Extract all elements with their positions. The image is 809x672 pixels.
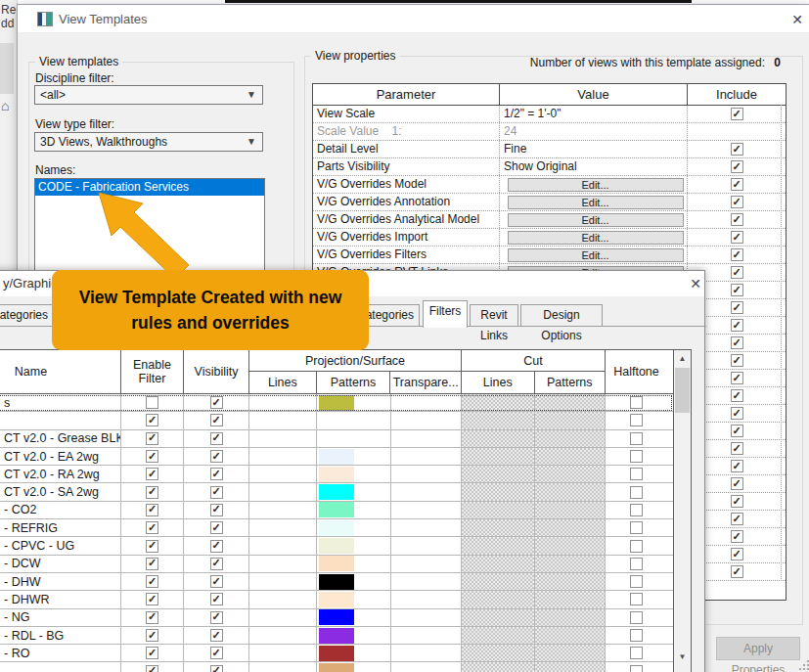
filter-row[interactable] — [0, 412, 673, 429]
projection-patterns-cell[interactable] — [317, 519, 391, 536]
halftone-checkbox[interactable] — [630, 504, 643, 516]
filter-row[interactable]: CT v2.0 - Grease BLK — [0, 430, 673, 448]
pattern-swatch[interactable] — [319, 520, 354, 536]
edit-button[interactable]: Edit... — [508, 196, 684, 209]
halftone-checkbox[interactable] — [630, 611, 643, 624]
pattern-swatch[interactable] — [319, 574, 354, 590]
projection-patterns-cell[interactable] — [317, 609, 391, 626]
visibility-checkbox[interactable] — [210, 521, 223, 534]
visibility-checkbox[interactable] — [210, 432, 223, 445]
include-checkbox[interactable] — [731, 160, 743, 173]
transparency-cell[interactable] — [391, 573, 462, 590]
enable-filter-checkbox[interactable] — [146, 575, 158, 588]
transparency-cell[interactable] — [391, 430, 462, 447]
include-checkbox[interactable] — [731, 231, 743, 244]
include-checkbox[interactable] — [731, 477, 743, 490]
pattern-swatch[interactable] — [319, 628, 354, 644]
enable-filter-checkbox[interactable] — [146, 540, 158, 553]
filter-row[interactable] — [0, 662, 673, 672]
pattern-swatch[interactable] — [319, 663, 354, 672]
include-checkbox[interactable] — [731, 213, 743, 226]
pattern-swatch[interactable] — [319, 646, 354, 661]
filter-row[interactable]: - RDL - BG — [0, 627, 673, 645]
transparency-cell[interactable] — [391, 609, 462, 626]
projection-lines-cell[interactable] — [249, 502, 317, 518]
include-checkbox[interactable] — [731, 108, 743, 120]
projection-patterns-cell[interactable] — [317, 537, 391, 554]
apply-properties-button[interactable]: Apply Properties — [716, 637, 800, 660]
projection-patterns-cell[interactable] — [317, 448, 391, 465]
include-checkbox[interactable] — [731, 266, 743, 279]
projection-patterns-cell[interactable] — [317, 483, 391, 500]
enable-filter-checkbox[interactable] — [146, 593, 158, 605]
discipline-filter-select[interactable]: <all> ▼ — [34, 85, 263, 105]
enable-filter-checkbox[interactable] — [146, 486, 158, 499]
view-type-filter-select[interactable]: 3D Views, Walkthroughs ▼ — [34, 132, 263, 152]
visibility-checkbox[interactable] — [210, 665, 223, 672]
vertical-scrollbar[interactable]: ▲ ▼ — [674, 349, 692, 672]
edit-button[interactable]: Edit... — [508, 178, 684, 192]
filter-row[interactable]: - DCW — [0, 556, 673, 573]
enable-filter-checkbox[interactable] — [146, 450, 158, 463]
projection-patterns-cell[interactable] — [317, 502, 391, 518]
filter-row[interactable]: - DHW — [0, 573, 673, 591]
transparency-cell[interactable] — [391, 627, 462, 644]
filter-row[interactable]: - CPVC - UG — [0, 537, 673, 555]
halftone-checkbox[interactable] — [630, 647, 643, 659]
halftone-checkbox[interactable] — [630, 629, 643, 642]
projection-patterns-cell[interactable] — [317, 412, 391, 428]
tab-categories[interactable]: Categories — [0, 304, 53, 327]
pattern-swatch[interactable] — [319, 467, 354, 482]
halftone-checkbox[interactable] — [630, 575, 643, 588]
halftone-checkbox[interactable] — [630, 558, 643, 570]
projection-lines-cell[interactable] — [249, 483, 317, 500]
enable-filter-checkbox[interactable] — [146, 521, 158, 534]
include-checkbox[interactable] — [731, 372, 743, 384]
projection-patterns-cell[interactable] — [317, 466, 391, 482]
halftone-checkbox[interactable] — [630, 450, 643, 463]
close-icon[interactable]: ✕ — [687, 275, 704, 292]
edit-button[interactable]: Edit... — [508, 231, 684, 245]
transparency-cell[interactable] — [391, 448, 462, 465]
projection-lines-cell[interactable] — [249, 519, 317, 536]
include-checkbox[interactable] — [731, 319, 743, 332]
projection-lines-cell[interactable] — [249, 609, 317, 626]
filter-row[interactable]: - NG — [0, 609, 673, 627]
include-checkbox[interactable] — [731, 495, 743, 508]
projection-lines-cell[interactable] — [249, 466, 317, 482]
transparency-cell[interactable] — [391, 645, 462, 661]
transparency-cell[interactable] — [391, 591, 462, 607]
halftone-checkbox[interactable] — [630, 486, 643, 499]
projection-patterns-cell[interactable] — [317, 573, 391, 590]
transparency-cell[interactable] — [391, 412, 462, 428]
include-checkbox[interactable] — [731, 425, 743, 437]
enable-filter-checkbox[interactable] — [146, 647, 158, 659]
pattern-swatch[interactable] — [319, 502, 354, 517]
projection-lines-cell[interactable] — [249, 448, 317, 465]
visibility-checkbox[interactable] — [210, 486, 223, 499]
halftone-checkbox[interactable] — [630, 540, 643, 553]
projection-lines-cell[interactable] — [249, 394, 317, 411]
halftone-checkbox[interactable] — [630, 665, 643, 672]
visibility-checkbox[interactable] — [210, 647, 223, 659]
halftone-checkbox[interactable] — [630, 521, 643, 534]
halftone-checkbox[interactable] — [630, 593, 643, 605]
filter-row[interactable]: CT v2.0 - RA 2wg — [0, 466, 673, 483]
include-checkbox[interactable] — [731, 178, 743, 191]
include-checkbox[interactable] — [731, 565, 743, 578]
projection-patterns-cell[interactable] — [317, 394, 391, 411]
enable-filter-checkbox[interactable] — [146, 396, 158, 409]
halftone-checkbox[interactable] — [630, 414, 643, 426]
include-checkbox[interactable] — [731, 336, 743, 349]
pattern-swatch[interactable] — [319, 449, 354, 465]
scroll-up-button[interactable]: ▲ — [675, 350, 690, 367]
enable-filter-checkbox[interactable] — [146, 629, 158, 642]
scroll-thumb[interactable] — [675, 368, 690, 413]
projection-lines-cell[interactable] — [249, 537, 317, 554]
visibility-checkbox[interactable] — [210, 396, 223, 409]
transparency-cell[interactable] — [391, 537, 462, 554]
visibility-checkbox[interactable] — [210, 450, 223, 463]
tab-filters[interactable]: Filters — [423, 300, 468, 328]
halftone-checkbox[interactable] — [630, 432, 643, 445]
filter-row[interactable]: s — [0, 394, 673, 412]
